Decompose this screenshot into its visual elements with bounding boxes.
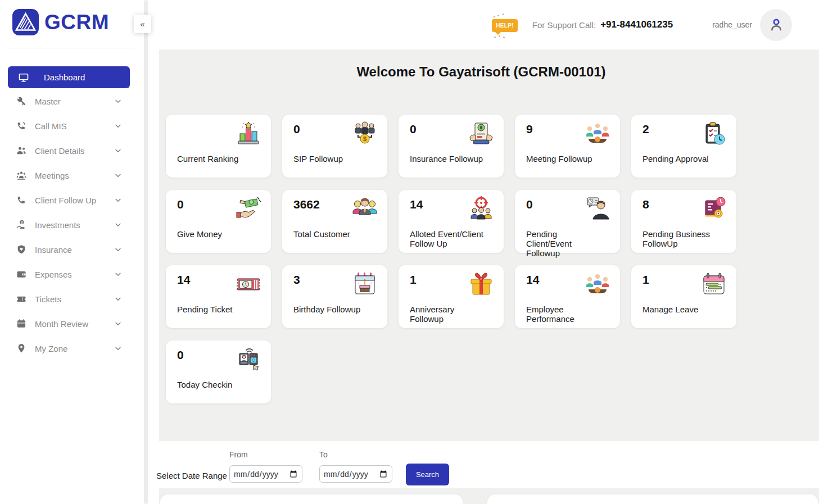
sidebar-item-label: Month Review <box>35 319 114 329</box>
stat-card-label: Give Money <box>177 229 253 239</box>
stat-card-label: Pending Ticket <box>177 305 253 314</box>
chevron-down-icon <box>114 220 123 229</box>
sidebar-item-investments[interactable]: $Investments <box>0 212 143 237</box>
from-date-input[interactable] <box>229 465 302 483</box>
stat-card-insurance-followup[interactable]: 0Insurance Followup <box>399 115 504 178</box>
sidebar-item-label: Master <box>35 97 114 106</box>
stat-card-value: 14 <box>526 273 539 287</box>
sidebar-item-client-follow-up[interactable]: Client Follow Up <box>0 188 143 212</box>
sidebar-item-insurance[interactable]: Insurance <box>0 237 143 262</box>
sidebar-item-dashboard[interactable]: Dashboard <box>8 66 130 88</box>
bottom-panel-right <box>487 494 818 504</box>
sidebar-item-label: Call MIS <box>35 121 114 131</box>
brand-logo[interactable]: GCRM <box>12 9 109 35</box>
wallet-icon <box>16 269 27 280</box>
search-button[interactable]: Search <box>406 464 449 485</box>
stat-card-employee-performance[interactable]: 14Employee Performance <box>515 265 620 328</box>
stat-card-label: Meeting Followup <box>526 154 602 164</box>
to-date-input[interactable] <box>319 465 392 483</box>
stat-card-value: 3662 <box>293 198 320 211</box>
chevron-down-icon <box>114 344 123 353</box>
stat-card-alloted-event-client-follow-up[interactable]: 14Alloted Event/Client Follow Up <box>399 190 504 253</box>
sidebar-item-label: Client Details <box>35 146 114 156</box>
sidebar: GCRM Dashboard MasterCall MISClient Deta… <box>0 0 143 504</box>
sidebar-item-meetings[interactable]: Meetings <box>0 163 143 188</box>
sidebar-item-master[interactable]: Master <box>0 89 143 113</box>
monitor-icon <box>18 72 29 83</box>
employee-team-icon <box>584 271 611 298</box>
sidebar-item-my-zone[interactable]: My Zone <box>0 336 143 361</box>
sidebar-item-expenses[interactable]: Expenses <box>0 262 143 287</box>
clipboard-clock-icon <box>700 120 727 147</box>
shield-icon <box>16 244 27 255</box>
logged-in-username: radhe_user <box>712 20 752 29</box>
stat-card-pending-business-followup[interactable]: 8Pending Business FollowUp <box>631 190 736 253</box>
customers-group-icon <box>351 196 378 223</box>
stat-card-label: Anniversary Followup <box>410 305 486 324</box>
stat-card-birthday-followup[interactable]: 3Birthday Followup <box>282 265 387 328</box>
ticket-clock-icon <box>235 271 262 298</box>
topbar: HELP! For Support Call: +91-8441061235 r… <box>143 0 819 49</box>
user-avatar[interactable] <box>760 9 792 41</box>
topbar-right-cluster: HELP! For Support Call: +91-8441061235 r… <box>492 0 792 49</box>
to-label: To <box>319 450 328 459</box>
stat-card-label: Insurance Followup <box>410 154 486 164</box>
help-badge-wrap: HELP! <box>492 20 518 30</box>
sidebar-scrollbar[interactable] <box>144 0 148 504</box>
stat-card-manage-leave[interactable]: 1Manage Leave <box>631 265 736 328</box>
chevron-down-icon <box>114 270 123 279</box>
stat-card-value: 14 <box>410 198 423 211</box>
stat-card-value: 0 <box>293 122 300 136</box>
sidebar-item-month-review[interactable]: Month Review <box>0 311 143 336</box>
stat-card-sip-followup[interactable]: 0$SIP Followup <box>282 115 387 178</box>
invest-hand-icon: $ <box>16 219 27 230</box>
group-icon <box>16 170 27 181</box>
sidebar-item-tickets[interactable]: Tickets <box>0 287 143 311</box>
event-target-team-icon <box>468 196 495 223</box>
users-icon <box>16 145 27 156</box>
sidebar-item-label: Investments <box>35 220 114 230</box>
chevron-down-icon <box>114 319 123 328</box>
meeting-team-icon <box>584 120 611 147</box>
sidebar-collapse-button[interactable]: « <box>134 15 151 33</box>
sip-team-money-icon: $ <box>351 120 378 147</box>
sidebar-item-label: Dashboard <box>44 72 130 82</box>
stat-card-pending-ticket[interactable]: 14Pending Ticket <box>166 265 271 328</box>
stat-card-label: Birthday Followup <box>293 305 369 314</box>
stat-card-anniversary-followup[interactable]: 1Anniversary Followup <box>399 265 504 328</box>
sidebar-item-call-mis[interactable]: Call MIS <box>0 113 143 138</box>
sidebar-item-client-details[interactable]: Client Details <box>0 138 143 163</box>
stat-card-value: 0 <box>177 198 184 211</box>
stat-card-today-checkin[interactable]: 0Today Checkin <box>166 340 271 403</box>
call-waves-icon <box>16 120 27 131</box>
stat-card-current-ranking[interactable]: Current Ranking <box>166 115 271 178</box>
stat-card-value: 1 <box>410 273 417 287</box>
chevron-down-icon <box>114 97 123 106</box>
help-badge[interactable]: HELP! <box>492 19 518 32</box>
stat-card-meeting-followup[interactable]: 9Meeting Followup <box>515 115 620 178</box>
phone-icon <box>16 194 27 206</box>
stat-card-give-money[interactable]: 0Give Money <box>166 190 271 253</box>
person-icon <box>767 15 786 34</box>
stat-card-label: Pending Approval <box>642 154 718 164</box>
give-money-hand-icon <box>235 196 262 223</box>
gcrm-dashboard: HELP! For Support Call: +91-8441061235 r… <box>0 0 819 504</box>
stat-card-pending-client-event-followup[interactable]: 0Pending Client/Event Followup <box>515 190 620 253</box>
stat-card-label: SIP Followup <box>293 154 369 164</box>
ticket-icon <box>16 293 27 305</box>
chevron-down-icon <box>114 196 123 205</box>
stat-card-value: 9 <box>526 122 533 136</box>
business-board-clock-icon <box>700 196 727 223</box>
brand-name: GCRM <box>44 11 109 34</box>
biometric-checkin-icon <box>235 346 262 373</box>
stat-card-total-customer[interactable]: 3662Total Customer <box>282 190 387 253</box>
insurance-document-icon <box>468 120 495 147</box>
stat-card-label: Total Customer <box>293 229 369 239</box>
from-label: From <box>229 450 248 459</box>
map-pin-icon <box>16 343 27 354</box>
stat-card-pending-approval[interactable]: 2Pending Approval <box>631 115 736 178</box>
chevron-down-icon <box>114 171 123 180</box>
stat-card-label: Manage Leave <box>642 305 718 314</box>
sidebar-item-label: My Zone <box>35 344 114 353</box>
stat-card-label: Today Checkin <box>177 380 253 389</box>
